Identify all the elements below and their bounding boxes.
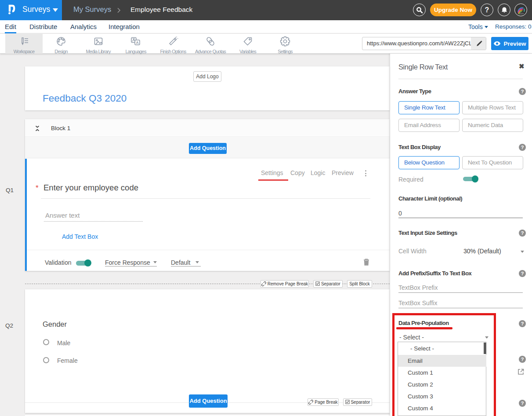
- svg-text:A: A: [136, 40, 138, 45]
